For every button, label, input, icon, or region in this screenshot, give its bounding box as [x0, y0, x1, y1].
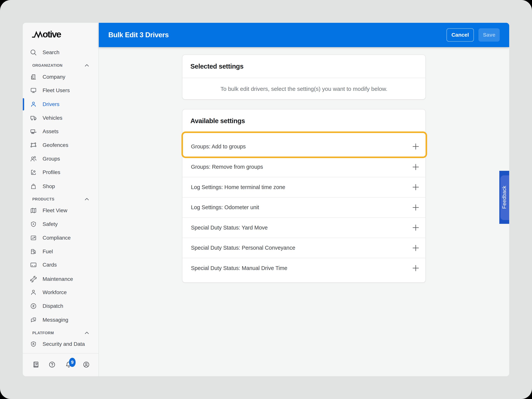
svg-text:otive: otive: [43, 29, 61, 38]
